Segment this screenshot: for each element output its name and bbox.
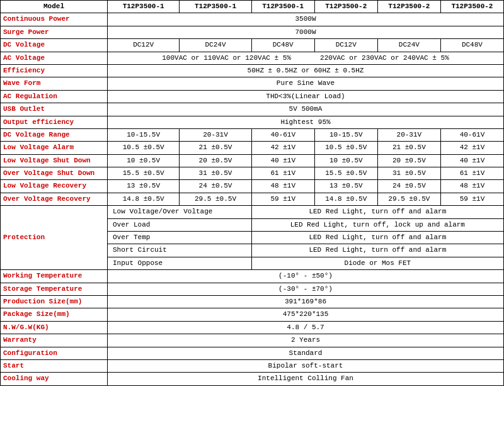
row-value: Standard bbox=[108, 347, 504, 359]
row-value: Intelligent Colling Fan bbox=[108, 373, 504, 385]
row-label: Continuous Power bbox=[1, 13, 108, 26]
row-label: AC Regulation bbox=[1, 90, 108, 103]
row-value: 13 ±0.5V bbox=[108, 180, 180, 193]
row-label: Low Voltage Alarm bbox=[1, 142, 108, 154]
row-value: 48 ±1V bbox=[440, 180, 503, 193]
row-label: Warranty bbox=[1, 334, 108, 347]
protection-sub-value: LED Red Light, turn off and alarm bbox=[251, 206, 503, 218]
table-row: USB Outlet 5V 500mA bbox=[1, 103, 504, 116]
table-row: Low Voltage Shut Down 10 ±0.5V 20 ±0.5V … bbox=[1, 154, 504, 167]
row-value: 14.8 ±0.5V bbox=[314, 193, 377, 205]
protection-sub-value: LED Red Light, turn off and alarm bbox=[251, 244, 503, 257]
table-row: N.W/G.W(KG) 4.8 / 5.7 bbox=[1, 321, 504, 334]
row-value: 10-15.5V bbox=[108, 128, 180, 141]
row-value: 15.5 ±0.5V bbox=[108, 167, 180, 180]
col-t2-3: T12P3500-2 bbox=[440, 1, 503, 13]
row-value: DC48V bbox=[251, 39, 314, 52]
row-value: 100VAC or 110VAC or 120VAC ± 5% 220VAC o… bbox=[108, 52, 504, 64]
protection-sub-value: LED Red Light, turn off, lock up and ala… bbox=[251, 218, 503, 231]
row-label: Low Voltage Recovery bbox=[1, 180, 108, 193]
row-label: Package Size(mm) bbox=[1, 308, 108, 321]
row-value: DC24V bbox=[180, 39, 251, 52]
table-row: Efficiency 50HZ ± 0.5HZ or 60HZ ± 0.5HZ bbox=[1, 64, 504, 77]
row-value: 20-31V bbox=[377, 128, 440, 141]
row-value: Pure Sine Wave bbox=[108, 77, 504, 90]
row-label: Start bbox=[1, 359, 108, 372]
row-label: Storage Temperature bbox=[1, 283, 108, 295]
row-value: 40 ±1V bbox=[251, 154, 314, 167]
row-value: 21 ±0.5V bbox=[377, 142, 440, 154]
row-label: DC Voltage Range bbox=[1, 128, 108, 141]
table-row: Package Size(mm) 475*220*135 bbox=[1, 308, 504, 321]
table-row: Over Voltage Shut Down 15.5 ±0.5V 31 ±0.… bbox=[1, 167, 504, 180]
row-value: 48 ±1V bbox=[251, 180, 314, 193]
table-row: Low Voltage Recovery 13 ±0.5V 24 ±0.5V 4… bbox=[1, 180, 504, 193]
row-label: Over Voltage Shut Down bbox=[1, 167, 108, 180]
row-value: 50HZ ± 0.5HZ or 60HZ ± 0.5HZ bbox=[108, 64, 504, 77]
row-value: 40-61V bbox=[440, 128, 503, 141]
row-value: 391*169*86 bbox=[108, 295, 504, 308]
row-value: 15.5 ±0.5V bbox=[314, 167, 377, 180]
table-row: Warranty 2 Years bbox=[1, 334, 504, 347]
row-label: AC Voltage bbox=[1, 52, 108, 64]
row-value: 5V 500mA bbox=[108, 103, 504, 116]
row-label: Output efficiency bbox=[1, 116, 108, 128]
table-row: Output efficiency Hightest 95% bbox=[1, 116, 504, 128]
row-value: 29.5 ±0.5V bbox=[377, 193, 440, 205]
row-label: USB Outlet bbox=[1, 103, 108, 116]
row-value: 10 ±0.5V bbox=[314, 154, 377, 167]
protection-sub-label: Over Temp bbox=[108, 232, 252, 244]
table-row: Over Voltage Recovery 14.8 ±0.5V 29.5 ±0… bbox=[1, 193, 504, 205]
protection-sub-label: Low Voltage/Over Voltage bbox=[108, 206, 252, 218]
row-value: 475*220*135 bbox=[108, 308, 504, 321]
row-value: 42 ±1V bbox=[440, 142, 503, 154]
row-value: 31 ±0.5V bbox=[377, 167, 440, 180]
row-value: 2 Years bbox=[108, 334, 504, 347]
row-value: 24 ±0.5V bbox=[377, 180, 440, 193]
row-label: Cooling way bbox=[1, 373, 108, 385]
row-value: 21 ±0.5V bbox=[180, 142, 251, 154]
spec-table: Model T12P3500-1 T12P3500-1 T12P3500-1 T… bbox=[0, 0, 504, 386]
row-value: 10-15.5V bbox=[314, 128, 377, 141]
row-label: DC Voltage bbox=[1, 39, 108, 52]
row-value: 7000W bbox=[108, 26, 504, 38]
row-label: Production Size(mm) bbox=[1, 295, 108, 308]
row-label: N.W/G.W(KG) bbox=[1, 321, 108, 334]
row-value: 3500W bbox=[108, 13, 504, 26]
row-label-protection: Protection bbox=[1, 206, 108, 270]
table-row: Storage Temperature (-30° - ±70°) bbox=[1, 283, 504, 295]
row-value: 29.5 ±0.5V bbox=[180, 193, 251, 205]
row-value: 20 ±0.5V bbox=[180, 154, 251, 167]
row-value: 40-61V bbox=[251, 128, 314, 141]
table-row: Continuous Power 3500W bbox=[1, 13, 504, 26]
row-value: (-30° - ±70°) bbox=[108, 283, 504, 295]
row-value: 4.8 / 5.7 bbox=[108, 321, 504, 334]
table-row: Configuration Standard bbox=[1, 347, 504, 359]
table-row-protection-1: Protection Low Voltage/Over Voltage LED … bbox=[1, 206, 504, 218]
row-value: 24 ±0.5V bbox=[180, 180, 251, 193]
row-value: Hightest 95% bbox=[108, 116, 504, 128]
row-value: 20-31V bbox=[180, 128, 251, 141]
col-t2-2: T12P3500-2 bbox=[377, 1, 440, 13]
row-label: Surge Power bbox=[1, 26, 108, 38]
col-t1-1: T12P3500-1 bbox=[108, 1, 180, 13]
row-value: Bipolar soft-start bbox=[108, 359, 504, 372]
row-value: 10.5 ±0.5V bbox=[108, 142, 180, 154]
row-value: DC24V bbox=[377, 39, 440, 52]
table-row: Surge Power 7000W bbox=[1, 26, 504, 38]
row-value: DC12V bbox=[314, 39, 377, 52]
table-row: Production Size(mm) 391*169*86 bbox=[1, 295, 504, 308]
row-value: DC48V bbox=[440, 39, 503, 52]
table-row: Cooling way Intelligent Colling Fan bbox=[1, 373, 504, 385]
row-value: DC12V bbox=[108, 39, 180, 52]
row-value: 31 ±0.5V bbox=[180, 167, 251, 180]
row-label: Configuration bbox=[1, 347, 108, 359]
row-value: 42 ±1V bbox=[251, 142, 314, 154]
row-value: 20 ±0.5V bbox=[377, 154, 440, 167]
table-row: AC Regulation THD<3%(Linear Load) bbox=[1, 90, 504, 103]
col-t1-3: T12P3500-1 bbox=[251, 1, 314, 13]
row-value: (-10° - ±50°) bbox=[108, 270, 504, 283]
row-label: Low Voltage Shut Down bbox=[1, 154, 108, 167]
table-row: Low Voltage Alarm 10.5 ±0.5V 21 ±0.5V 42… bbox=[1, 142, 504, 154]
row-value: 61 ±1V bbox=[251, 167, 314, 180]
